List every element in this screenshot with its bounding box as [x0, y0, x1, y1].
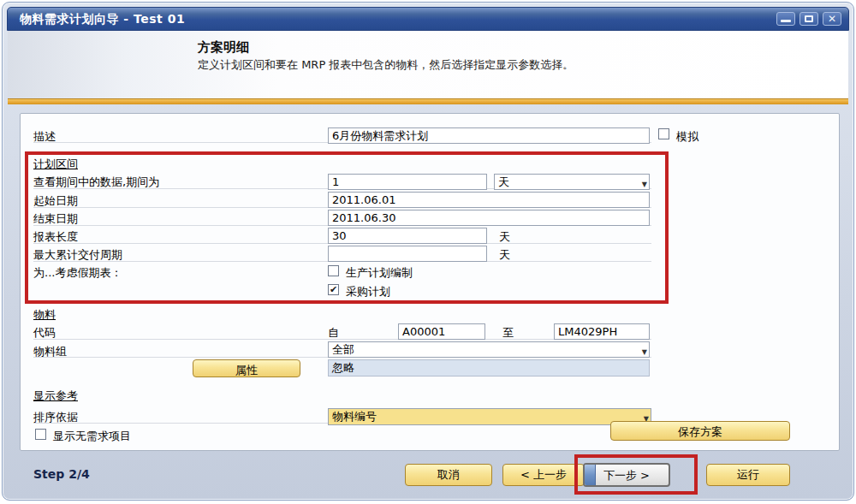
save-scenario-button-label: 保存方案: [611, 422, 789, 440]
show-no-demand-checkbox[interactable]: [35, 429, 46, 440]
description-label: 描述: [33, 129, 56, 145]
simulation-checkbox[interactable]: [658, 128, 669, 139]
next-button-label: 下一步 >: [585, 465, 669, 483]
start-date-label: 起始日期: [33, 193, 78, 209]
sort-by-label: 排序依据: [33, 410, 78, 425]
maximize-button[interactable]: [800, 12, 818, 26]
title-bar: 物料需求计划向导 - Test 01 ✕: [7, 7, 849, 31]
step-indicator: Step 2/4: [33, 467, 90, 481]
code-from-label: 自: [328, 325, 339, 341]
holidays-procurement-checkbox[interactable]: ✔: [328, 284, 339, 295]
properties-value-field: 忽略: [328, 359, 650, 377]
sort-by-dropdown[interactable]: 物料编号 ▼: [328, 408, 651, 425]
cancel-button[interactable]: 取消: [405, 464, 492, 486]
properties-button-label: 属性: [193, 360, 300, 378]
report-length-unit: 天: [499, 229, 510, 245]
item-code-label: 代码: [33, 325, 56, 341]
show-no-demand-label: 显示无需求项目: [53, 429, 131, 444]
planning-horizon-section-title: 计划区间: [33, 157, 78, 172]
properties-button[interactable]: 属性: [193, 359, 300, 377]
code-to-label: 至: [502, 325, 514, 341]
gold-divider: [8, 98, 848, 104]
code-from-input[interactable]: A00001: [398, 323, 485, 340]
close-icon: ✕: [823, 13, 841, 25]
end-date-label: 结束日期: [33, 211, 78, 227]
chevron-down-icon: ▼: [642, 346, 647, 358]
report-length-input[interactable]: 30: [328, 228, 487, 244]
wizard-header: 方案明细 定义计划区间和要在 MRP 报表中包含的物料，然后选择指定显示参数选择…: [8, 31, 848, 98]
holidays-label: 为...考虑假期表：: [33, 265, 122, 281]
report-length-label: 报表长度: [33, 229, 78, 245]
minimize-icon: [781, 20, 791, 22]
description-input[interactable]: 6月份物料需求计划: [328, 127, 650, 144]
holidays-procurement-label: 采购计划: [346, 284, 390, 299]
start-date-input[interactable]: 2011.06.01: [328, 192, 650, 208]
run-button-label: 运行: [707, 465, 789, 483]
page-subtitle: 定义计划区间和要在 MRP 报表中包含的物料，然后选择指定显示参数选择。: [198, 57, 574, 73]
max-lead-time-input[interactable]: [328, 246, 487, 262]
item-group-dropdown[interactable]: 全部 ▼: [328, 341, 650, 358]
maximize-icon: [805, 15, 813, 22]
window-title: 物料需求计划向导 - Test 01: [20, 12, 185, 27]
check-icon: ✔: [330, 284, 337, 295]
period-unit-value: 天: [498, 175, 509, 188]
back-button[interactable]: < 上一步: [502, 464, 585, 486]
cancel-button-label: 取消: [406, 465, 491, 483]
holidays-production-checkbox[interactable]: [328, 265, 339, 276]
chevron-down-icon: ▼: [642, 178, 647, 190]
item-group-value: 全部: [332, 343, 354, 356]
minimize-button[interactable]: [776, 12, 795, 26]
item-group-label: 物料组: [33, 344, 67, 359]
back-button-label: < 上一步: [503, 465, 584, 483]
code-to-input[interactable]: LM4029PH: [554, 323, 650, 340]
items-section-title: 物料: [33, 307, 56, 323]
display-section-title: 显示参考: [33, 388, 78, 404]
form-panel: [20, 113, 840, 451]
next-button[interactable]: 下一步 >: [583, 463, 670, 487]
max-lead-time-label: 最大累计交付周期: [33, 247, 122, 263]
run-button[interactable]: 运行: [706, 464, 790, 486]
save-scenario-button[interactable]: 保存方案: [610, 421, 790, 441]
close-button[interactable]: ✕: [823, 12, 841, 26]
period-unit-dropdown[interactable]: 天 ▼: [494, 174, 650, 190]
page-title: 方案明细: [198, 39, 249, 56]
period-length-input[interactable]: 1: [328, 174, 487, 190]
sort-by-value: 物料编号: [332, 410, 377, 423]
simulation-label: 模拟: [676, 129, 698, 145]
end-date-input[interactable]: 2011.06.30: [328, 210, 650, 226]
max-lead-time-unit: 天: [499, 247, 510, 263]
holidays-production-label: 生产计划编制: [346, 265, 413, 281]
period-label: 查看期间中的数据,期间为: [33, 175, 159, 190]
mrp-wizard-window: 物料需求计划向导 - Test 01 ✕ 方案明细 定义计划区间和要在 MRP …: [2, 2, 854, 501]
